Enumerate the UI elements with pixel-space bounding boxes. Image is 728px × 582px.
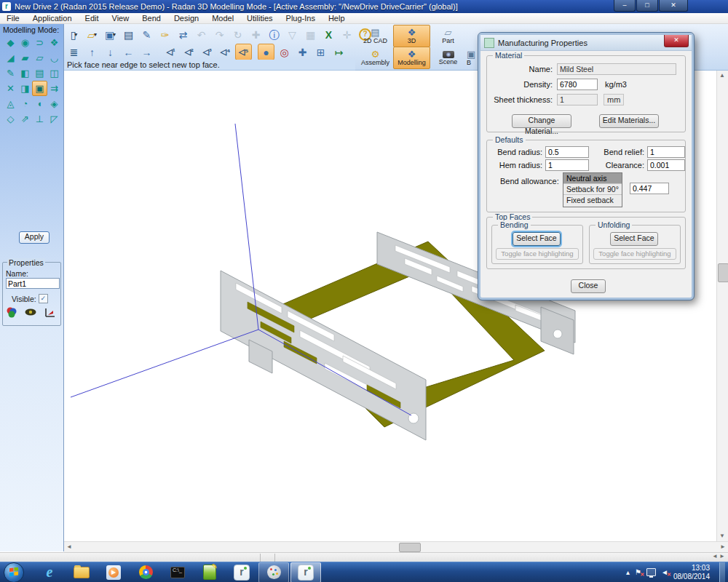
vertical-scroll-thumb[interactable]	[718, 263, 728, 282]
taskbar-image-editor[interactable]	[258, 562, 289, 582]
menu-utilities[interactable]: Utilities	[240, 14, 279, 23]
tab-assembly[interactable]: ⚙ Assembly	[357, 47, 394, 69]
menu-help[interactable]: Help	[322, 14, 352, 23]
taskbar-media-player[interactable]: ▶	[98, 562, 129, 582]
maximize-button[interactable]: □	[636, 0, 658, 12]
menu-model[interactable]: Model	[205, 14, 240, 23]
close-button[interactable]: ✕	[659, 0, 688, 12]
view-1-button[interactable]: ◁¹	[162, 44, 179, 60]
density-input[interactable]	[557, 79, 598, 90]
modelling-tool-20[interactable]: ◈	[47, 96, 62, 111]
info-button[interactable]: ⓘ	[266, 26, 282, 43]
modelling-tool-9[interactable]: ✎	[3, 65, 18, 81]
modelling-tool-5[interactable]: ◢	[3, 50, 18, 65]
view-2-button[interactable]: ◁²	[181, 44, 197, 60]
modelling-tool-22[interactable]: ⇗	[17, 111, 33, 127]
part-name-input[interactable]	[6, 278, 60, 289]
start-button[interactable]	[4, 562, 24, 582]
modelling-tool-6[interactable]: ▰	[17, 50, 33, 65]
dialog-close-button[interactable]: ✕	[664, 35, 689, 47]
chevron-down-icon[interactable]: ▾	[113, 31, 116, 38]
menu-edit[interactable]: Edit	[79, 14, 106, 23]
unfolding-select-face-button[interactable]: Select Face	[610, 232, 658, 246]
taskbar-radan[interactable]: r	[226, 562, 257, 582]
menu-design[interactable]: Design	[167, 14, 205, 23]
menu-view[interactable]: View	[106, 14, 136, 23]
model-transfer-button[interactable]: ⊞	[312, 44, 329, 60]
taskbar-clock[interactable]: 13:03 08/08/2014	[673, 564, 714, 581]
taskbar-cad-document[interactable]	[194, 562, 225, 582]
menu-application[interactable]: Application	[26, 14, 79, 23]
modelling-tool-4[interactable]: ❖	[47, 35, 62, 50]
taskbar-radan-active[interactable]: r	[290, 562, 321, 582]
shaded-orbit-button[interactable]: ●	[258, 44, 274, 60]
modelling-tool-19[interactable]: ◖	[32, 96, 47, 111]
sketch-button[interactable]: ✎	[138, 26, 155, 43]
open-file-button[interactable]: ▱▾	[84, 26, 100, 43]
horizontal-scroll-thumb[interactable]	[399, 543, 421, 552]
export-part-button[interactable]: ↦	[331, 44, 347, 60]
sequence-button[interactable]: ≣	[66, 44, 82, 60]
view-5-button[interactable]: ◁⁵	[235, 44, 252, 60]
swap-view-button[interactable]: ⇄	[175, 26, 191, 43]
visible-checkbox[interactable]: ✓	[39, 294, 48, 303]
change-material-button[interactable]: Change Material...	[512, 114, 571, 128]
apply-button[interactable]: Apply	[19, 231, 50, 244]
chevron-down-icon[interactable]: ▾	[94, 31, 97, 38]
menu-bend[interactable]: Bend	[135, 14, 167, 23]
taskbar-command-prompt[interactable]: C:\_	[162, 562, 193, 582]
minimize-button[interactable]: –	[614, 0, 636, 12]
vertical-scrollbar[interactable]: ▲ ▼	[716, 71, 728, 541]
modelling-tool-3[interactable]: ⊃	[32, 35, 47, 50]
move-down-button[interactable]: ↓	[102, 44, 119, 60]
modelling-tool-12[interactable]: ◫	[47, 65, 62, 81]
origin-button[interactable]: ◎	[276, 44, 293, 60]
modelling-tool-2[interactable]: ◉	[17, 35, 33, 50]
menu-file[interactable]: File	[0, 14, 26, 23]
bending-select-face-button[interactable]: Select Face	[513, 232, 561, 246]
manufacturing-properties-dialog[interactable]: Manufacturing Properties ✕ Material Name…	[478, 33, 694, 300]
scroll-left-icon[interactable]: ◄	[64, 542, 74, 552]
chevron-down-icon[interactable]: ▾	[74, 31, 77, 38]
modelling-tool-15-active[interactable]: ▣	[32, 81, 47, 96]
render-colour-icon[interactable]	[6, 306, 17, 318]
bend-relief-input[interactable]	[647, 146, 685, 158]
move-right-button[interactable]: →	[138, 44, 155, 60]
part-hole[interactable]	[553, 330, 562, 338]
new-document-button[interactable]: ▯▾	[66, 26, 82, 43]
action-center-flag-icon[interactable]: ⚑✕	[635, 568, 641, 576]
allowance-option-setback-90[interactable]: Setback for 90°	[563, 184, 622, 195]
modelling-tool-11[interactable]: ▤	[32, 65, 47, 81]
tab-modelling[interactable]: ❖ Modelling	[393, 47, 430, 69]
show-desktop-button[interactable]	[719, 562, 725, 582]
modelling-tool-1[interactable]: ◆	[3, 35, 18, 50]
scroll-right-icon[interactable]: ►	[718, 542, 728, 552]
modelling-tool-8[interactable]: ◡	[47, 50, 62, 65]
tab-2d-cad[interactable]: ▤ 2D CAD	[357, 25, 394, 47]
modelling-tool-18[interactable]: ◔	[17, 96, 33, 111]
allowance-option-neutral-axis[interactable]: Neutral axis	[563, 173, 622, 184]
modelling-tool-10[interactable]: ◧	[17, 65, 33, 81]
modelling-tool-23[interactable]: ⊥	[32, 111, 47, 127]
allowance-option-fixed-setback[interactable]: Fixed setback	[563, 195, 622, 206]
volume-muted-icon[interactable]: ◄✕	[661, 568, 668, 576]
clearance-input[interactable]	[647, 159, 685, 171]
print-button[interactable]: ▤	[120, 26, 137, 43]
modelling-tool-17[interactable]: ◬	[3, 96, 18, 111]
move-up-button[interactable]: ↑	[84, 44, 100, 60]
save-file-button[interactable]: ▣▾	[102, 26, 119, 43]
modelling-tool-13[interactable]: ✕	[3, 81, 18, 96]
menu-plugins[interactable]: Plug-Ins	[280, 14, 322, 23]
dialog-titlebar[interactable]: Manufacturing Properties	[480, 35, 692, 51]
bend-radius-input[interactable]	[545, 146, 589, 158]
scroll-down-icon[interactable]: ▼	[717, 531, 727, 541]
hem-radius-input[interactable]	[545, 159, 589, 171]
taskbar-internet-explorer[interactable]: e	[34, 562, 65, 582]
horizontal-scrollbar[interactable]: ◄ ►	[64, 541, 728, 552]
status-resize-arrows[interactable]: ◄ ►	[712, 553, 725, 559]
dialog-close-action-button[interactable]: Close	[571, 279, 606, 293]
view-3-button[interactable]: ◁³	[199, 44, 215, 60]
tab-3d[interactable]: ❖ 3D	[393, 25, 430, 47]
allowance-value-input[interactable]	[630, 183, 669, 194]
modelling-tool-7[interactable]: ▱	[32, 50, 47, 65]
